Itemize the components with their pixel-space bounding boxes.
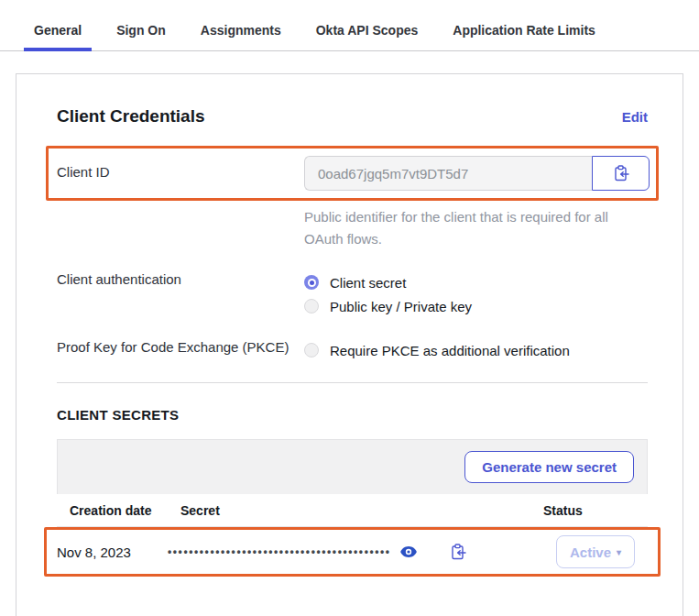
secret-creation-date: Nov 8, 2023 <box>57 544 168 560</box>
radio-client-secret-label: Client secret <box>330 275 406 291</box>
tab-sign-on[interactable]: Sign On <box>106 14 176 50</box>
status-label: Active <box>570 544 611 560</box>
radio-public-private-key[interactable] <box>304 299 319 314</box>
generate-new-secret-button[interactable]: Generate new secret <box>464 451 634 483</box>
client-authentication-label: Client authentication <box>57 270 304 287</box>
masked-secret-value: ••••••••••••••••••••••••••••••••••••••••… <box>168 545 391 558</box>
client-secrets-toolbar: Generate new secret <box>57 439 648 494</box>
tab-general[interactable]: General <box>24 14 92 50</box>
annotation-box-client-id: Client ID <box>46 146 659 201</box>
section-divider <box>57 382 648 383</box>
edit-link[interactable]: Edit <box>622 109 648 125</box>
tab-okta-api-scopes[interactable]: Okta API Scopes <box>306 14 429 50</box>
client-credentials-title: Client Credentials <box>57 106 205 126</box>
reveal-secret-button[interactable] <box>400 546 417 557</box>
pkce-checkbox[interactable] <box>304 343 319 358</box>
secret-table-row: Nov 8, 2023 ••••••••••••••••••••••••••••… <box>57 530 648 574</box>
copy-secret-button[interactable] <box>450 544 466 561</box>
client-secrets-title: CLIENT SECRETS <box>57 407 648 423</box>
annotation-box-secret-row: Nov 8, 2023 ••••••••••••••••••••••••••••… <box>44 527 661 577</box>
tab-assignments[interactable]: Assignments <box>191 14 291 50</box>
status-dropdown[interactable]: Active ▾ <box>556 535 635 568</box>
client-id-input[interactable] <box>304 156 592 191</box>
header-creation-date: Creation date <box>70 503 180 518</box>
client-id-label: Client ID <box>57 156 304 180</box>
header-status: Status <box>543 503 635 518</box>
settings-card: Client Credentials Edit Client ID <box>16 73 683 616</box>
radio-public-private-key-label: Public key / Private key <box>330 299 472 314</box>
pkce-option-label: Require PKCE as additional verification <box>330 343 570 358</box>
radio-client-secret[interactable] <box>304 275 319 290</box>
chevron-down-icon: ▾ <box>617 547 621 557</box>
client-id-help-text: Public identifier for the client that is… <box>304 206 620 250</box>
pkce-label: Proof Key for Code Exchange (PKCE) <box>57 338 304 355</box>
tab-application-rate-limits[interactable]: Application Rate Limits <box>442 14 606 50</box>
secrets-table-header: Creation date Secret Status <box>57 494 648 527</box>
app-tab-bar: General Sign On Assignments Okta API Sco… <box>0 0 699 51</box>
clipboard-copy-icon <box>450 544 466 561</box>
header-secret: Secret <box>180 503 543 518</box>
copy-client-id-button[interactable] <box>592 156 650 191</box>
clipboard-copy-icon <box>613 165 629 182</box>
eye-icon <box>400 546 417 557</box>
